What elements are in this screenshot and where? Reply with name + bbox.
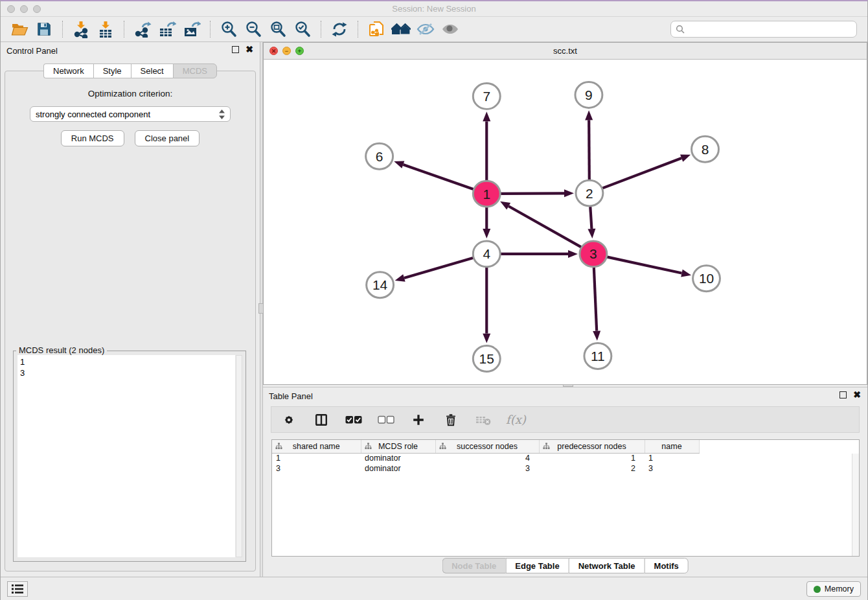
import-table-button[interactable] bbox=[93, 19, 118, 39]
tab-motifs[interactable]: Motifs bbox=[645, 558, 689, 573]
graph-node-9[interactable]: 9 bbox=[575, 82, 602, 108]
memory-button[interactable]: Memory bbox=[806, 581, 861, 597]
close-panel-icon[interactable]: ✖ bbox=[246, 46, 253, 53]
show-columns-button[interactable] bbox=[312, 410, 331, 430]
search-box[interactable] bbox=[670, 21, 857, 38]
table-scrollbar[interactable] bbox=[852, 454, 859, 556]
table-cell[interactable]: dominator bbox=[361, 453, 435, 463]
network-canvas[interactable]: 7968124314101511 bbox=[263, 60, 867, 385]
graph-node-10[interactable]: 10 bbox=[693, 266, 720, 292]
network-graph[interactable]: 7968124314101511 bbox=[264, 60, 867, 384]
node-table: shared name MCDS role successor nodes pr… bbox=[271, 439, 860, 557]
graph-node-11[interactable]: 11 bbox=[584, 343, 611, 369]
column-header-mcds-role[interactable]: MCDS role bbox=[361, 440, 435, 453]
graph-arrowhead bbox=[568, 250, 578, 258]
graph-node-1[interactable]: 1 bbox=[473, 181, 500, 207]
graph-node-label: 6 bbox=[376, 149, 383, 164]
delete-table-button[interactable] bbox=[474, 410, 493, 430]
table-cell[interactable]: 4 bbox=[435, 453, 539, 463]
column-header-shared-name[interactable]: shared name bbox=[272, 440, 361, 453]
graph-edge-2-9[interactable] bbox=[589, 120, 589, 179]
table-cell[interactable]: 3 bbox=[435, 463, 539, 474]
graph-node-4[interactable]: 4 bbox=[473, 241, 500, 267]
table-cell[interactable]: 1 bbox=[272, 453, 361, 463]
table-settings-button[interactable] bbox=[279, 410, 299, 430]
close-panel-button[interactable]: Close panel bbox=[135, 130, 200, 146]
tab-edge-table[interactable]: Edge Table bbox=[505, 558, 568, 573]
graph-edge-1-2[interactable] bbox=[500, 193, 564, 194]
graph-edge-3-10[interactable] bbox=[606, 257, 681, 273]
table-row[interactable]: 1dominator411 bbox=[272, 453, 699, 463]
column-header-successor-nodes[interactable]: successor nodes bbox=[435, 440, 539, 453]
graph-node-6[interactable]: 6 bbox=[366, 143, 393, 169]
graph-edge-2-8[interactable] bbox=[602, 158, 682, 189]
table-cell[interactable]: 2 bbox=[539, 463, 645, 474]
tab-style[interactable]: Style bbox=[93, 63, 131, 78]
table-cell[interactable]: 3 bbox=[272, 463, 361, 474]
tab-mcds[interactable]: MCDS bbox=[173, 63, 217, 78]
tab-select[interactable]: Select bbox=[131, 63, 173, 78]
mcds-result-text[interactable]: 13 bbox=[17, 355, 235, 557]
zoom-in-button[interactable] bbox=[216, 19, 241, 39]
graph-arrowhead bbox=[500, 202, 510, 210]
run-mcds-button[interactable]: Run MCDS bbox=[61, 130, 124, 146]
panel-list-button[interactable] bbox=[7, 581, 28, 597]
tab-network[interactable]: Network bbox=[43, 63, 93, 78]
optimization-criterion-dropdown[interactable]: strongly connected component bbox=[30, 106, 231, 122]
hide-details-button[interactable] bbox=[413, 19, 438, 39]
mcds-result-title: MCDS result (2 nodes) bbox=[16, 345, 107, 355]
tab-node-table[interactable]: Node Table bbox=[442, 558, 505, 573]
graph-arrowhead bbox=[681, 270, 691, 277]
open-session-button[interactable] bbox=[7, 19, 32, 39]
table-cell[interactable]: 1 bbox=[539, 453, 645, 463]
export-network-button[interactable] bbox=[130, 19, 155, 39]
home-layout-button[interactable] bbox=[389, 19, 413, 39]
import-network-button[interactable] bbox=[69, 19, 93, 39]
export-table-button[interactable] bbox=[155, 19, 179, 39]
graph-edge-4-14[interactable] bbox=[404, 258, 474, 278]
graph-edge-1-6[interactable] bbox=[403, 165, 474, 189]
save-session-button[interactable] bbox=[32, 19, 56, 39]
table-cell[interactable]: 1 bbox=[645, 453, 699, 463]
graph-arrowhead bbox=[585, 110, 593, 120]
graph-node-3[interactable]: 3 bbox=[580, 241, 607, 267]
table-cell[interactable]: dominator bbox=[361, 463, 435, 474]
refresh-view-button[interactable] bbox=[327, 19, 352, 39]
graph-arrowhead bbox=[588, 229, 595, 238]
clone-network-button[interactable] bbox=[364, 19, 389, 39]
zoom-out-button[interactable] bbox=[241, 19, 266, 39]
zoom-fit-button[interactable] bbox=[266, 19, 290, 39]
export-image-button[interactable] bbox=[179, 19, 204, 39]
table-row[interactable]: 3dominator323 bbox=[272, 463, 699, 474]
graph-edge-3-1[interactable] bbox=[508, 206, 581, 247]
select-all-columns-button[interactable] bbox=[344, 410, 363, 430]
import-table-icon bbox=[97, 21, 114, 38]
float-panel-icon[interactable] bbox=[232, 46, 239, 53]
import-network-icon bbox=[73, 21, 89, 38]
mcds-result-scrollbar[interactable] bbox=[236, 355, 242, 557]
graph-node-15[interactable]: 15 bbox=[473, 346, 500, 372]
deselect-all-columns-button[interactable] bbox=[376, 410, 396, 430]
column-header-name[interactable]: name bbox=[645, 440, 699, 453]
function-builder-button[interactable]: f(x) bbox=[506, 413, 526, 426]
column-header-predecessor-nodes[interactable]: predecessor nodes bbox=[539, 440, 645, 453]
add-column-button[interactable] bbox=[409, 410, 428, 430]
search-input[interactable] bbox=[688, 25, 852, 34]
float-table-panel-icon[interactable] bbox=[839, 391, 847, 398]
show-details-button[interactable] bbox=[438, 19, 463, 39]
tab-network-table[interactable]: Network Table bbox=[569, 558, 645, 573]
zoom-out-icon bbox=[245, 21, 262, 38]
zoom-selected-button[interactable] bbox=[290, 19, 315, 39]
graph-node-7[interactable]: 7 bbox=[473, 83, 500, 109]
application-window: Session: New Session bbox=[0, 0, 868, 600]
graph-node-2[interactable]: 2 bbox=[576, 180, 603, 206]
graph-node-8[interactable]: 8 bbox=[692, 136, 719, 162]
close-table-panel-icon[interactable]: ✖ bbox=[853, 391, 861, 398]
delete-column-button[interactable] bbox=[441, 410, 461, 430]
table-cell[interactable]: 3 bbox=[645, 463, 699, 474]
graph-edge-3-11[interactable] bbox=[594, 268, 597, 331]
graph-node-14[interactable]: 14 bbox=[367, 272, 394, 298]
graph-node-label: 7 bbox=[483, 89, 490, 104]
graph-edge-2-3[interactable] bbox=[590, 207, 591, 229]
table-header-row: shared name MCDS role successor nodes pr… bbox=[272, 440, 699, 453]
